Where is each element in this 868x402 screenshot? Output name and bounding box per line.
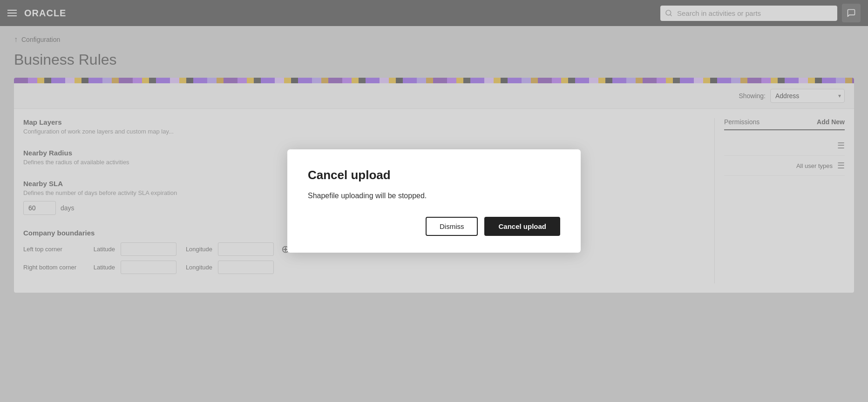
cancel-upload-modal: Cancel upload Shapefile uploading will b… (287, 149, 581, 253)
dismiss-button[interactable]: Dismiss (426, 217, 478, 236)
modal-title: Cancel upload (308, 168, 560, 182)
modal-actions: Dismiss Cancel upload (308, 217, 560, 236)
modal-body: Shapefile uploading will be stopped. (308, 192, 560, 200)
cancel-upload-button[interactable]: Cancel upload (484, 217, 560, 236)
